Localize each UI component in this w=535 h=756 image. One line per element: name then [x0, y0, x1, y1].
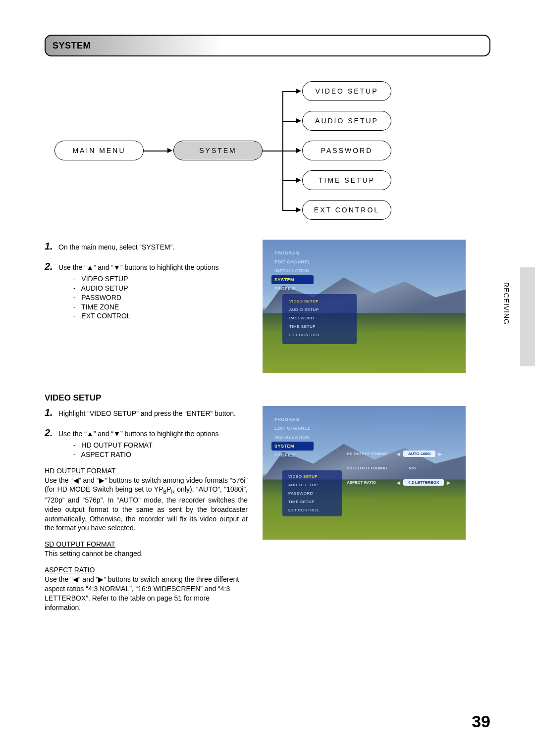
step-text: Use the “▲” and “▼” buttons to highlight…: [58, 260, 248, 321]
option-item: VIDEO SETUP: [73, 274, 248, 284]
connector-line: [282, 151, 297, 151]
screenshot-column: PROGRAM EDIT CHANNEL INSTALLATION SYSTEM…: [263, 406, 490, 612]
osd-submenu-item: VIDEO SETUP: [285, 472, 339, 481]
osd-submenu-item: VIDEO SETUP: [286, 297, 353, 305]
connector-line: [282, 121, 297, 122]
osd-setting-label: ASPECT RATIO: [347, 480, 394, 485]
connector-line: [282, 180, 297, 181]
node-audio-setup: AUDIO SETUP: [302, 111, 391, 131]
connector-line: [263, 151, 282, 151]
step-1: 1. Highlight “VIDEO SETUP” and press the…: [45, 406, 248, 419]
section-header-bar: SYSTEM: [45, 35, 490, 56]
step-text: Use the “▲” and “▼” buttons to highlight…: [58, 426, 248, 459]
step-number: 2.: [45, 260, 55, 321]
step-text: On the main menu, select “SYSTEM”.: [58, 240, 248, 253]
step-lead: Use the “▲” and “▼” buttons to highlight…: [58, 263, 218, 271]
osd-main-menu: PROGRAM EDIT CHANNEL INSTALLATION SYSTEM…: [271, 415, 314, 459]
node-time-setup: TIME SETUP: [302, 170, 391, 190]
step-1: 1. On the main menu, select “SYSTEM”.: [45, 240, 248, 253]
option-item: HD OUTPUT FORMAT: [73, 441, 248, 450]
osd-menu-item: INSTALLATION: [271, 433, 314, 442]
step-2: 2. Use the “▲” and “▼” buttons to highli…: [45, 426, 248, 459]
osd-menu-item: INSTALLATION: [271, 266, 314, 275]
left-arrow-icon: ◀: [397, 452, 400, 456]
node-main-menu: MAIN MENU: [54, 141, 144, 160]
arrow-right-icon: [296, 89, 301, 94]
page-number: 39: [472, 712, 490, 731]
option-item: TIME ZONE: [73, 302, 248, 312]
osd-screenshot-video-setup: PROGRAM EDIT CHANNEL INSTALLATION SYSTEM…: [263, 406, 466, 540]
osd-submenu: VIDEO SETUP AUDIO SETUP PASSWORD TIME SE…: [282, 470, 342, 516]
subscript: R: [171, 489, 175, 495]
step-lead: Use the “▲” and “▼” buttons to highlight…: [58, 430, 218, 438]
section-system-intro: 1. On the main menu, select “SYSTEM”. 2.…: [45, 240, 490, 373]
step-text: Highlight “VIDEO SETUP” and press the “E…: [58, 406, 248, 419]
osd-menu-item: PROGRAM: [271, 249, 314, 257]
osd-setting-value: 576i: [406, 465, 420, 471]
osd-menu-item: EDIT CHANNEL: [271, 257, 314, 266]
osd-submenu-item: TIME SETUP: [285, 498, 339, 506]
options-list: VIDEO SETUP AUDIO SETUP PASSWORD TIME ZO…: [73, 274, 248, 321]
osd-submenu-item: EXT CONTROL: [285, 506, 339, 514]
arrow-right-icon: [296, 178, 301, 183]
osd-menu-item: EDIT CHANNEL: [271, 424, 314, 433]
osd-submenu-item: AUDIO SETUP: [285, 481, 339, 489]
osd-setting-row: HD OUTPUT FORMAT ◀ AUTO-1080i ▶: [347, 451, 450, 457]
right-arrow-icon: ▶: [447, 480, 450, 485]
arrow-right-icon: [296, 118, 301, 123]
osd-main-menu: PROGRAM EDIT CHANNEL INSTALLATION SYSTEM…: [271, 249, 314, 293]
node-password: PASSWORD: [302, 141, 391, 160]
osd-menu-item: PROFILE: [271, 284, 314, 293]
screenshot-column: PROGRAM EDIT CHANNEL INSTALLATION SYSTEM…: [263, 240, 490, 373]
osd-menu-item-selected: SYSTEM: [271, 275, 314, 284]
node-ext-control: EXT CONTROL: [302, 200, 391, 220]
sd-output-format-label: SD OUTPUT FORMAT: [45, 540, 248, 549]
node-system: SYSTEM: [173, 141, 263, 160]
osd-menu-item: PROGRAM: [271, 415, 314, 424]
step-number: 1.: [45, 406, 55, 419]
osd-menu-item-selected: SYSTEM: [271, 442, 314, 451]
options-list: HD OUTPUT FORMAT ASPECT RATIO: [73, 441, 248, 459]
option-item: ASPECT RATIO: [73, 450, 248, 459]
osd-screenshot-system: PROGRAM EDIT CHANNEL INSTALLATION SYSTEM…: [263, 240, 466, 373]
osd-setting-row: ASPECT RATIO ◀ 4:3 LETTERBOX ▶: [347, 479, 450, 486]
osd-setting-row: SD OUTPUT FORMAT 576i: [347, 465, 450, 471]
osd-submenu: VIDEO SETUP AUDIO SETUP PASSWORD TIME SE…: [282, 294, 357, 344]
connector-line: [282, 210, 297, 211]
osd-submenu-item: PASSWORD: [286, 314, 353, 322]
osd-submenu-item: PASSWORD: [285, 489, 339, 498]
text-run: P: [166, 485, 171, 493]
instructions-column: 1. On the main menu, select “SYSTEM”. 2.…: [45, 240, 248, 373]
menu-hierarchy-diagram: MAIN MENU SYSTEM VIDEO SETUP AUDIO SETUP…: [45, 76, 490, 225]
osd-submenu-item: TIME SETUP: [286, 322, 353, 331]
video-setup-heading: VIDEO SETUP: [45, 393, 490, 403]
right-arrow-icon: ▶: [438, 452, 442, 456]
left-arrow-icon: ◀: [397, 480, 400, 485]
section-header-title: SYSTEM: [53, 41, 91, 51]
chapter-label: RECEIVING: [502, 282, 510, 325]
chapter-tab: [520, 267, 535, 366]
osd-setting-label: SD OUTPUT FORMAT: [347, 466, 394, 470]
section-video-setup: 1. Highlight “VIDEO SETUP” and press the…: [45, 406, 490, 612]
arrow-right-icon: [167, 148, 172, 153]
hd-output-format-label: HD OUTPUT FORMAT: [45, 466, 248, 476]
aspect-ratio-label: ASPECT RATIO: [45, 565, 248, 575]
connector-line: [282, 91, 297, 92]
sd-output-format-body: This setting cannot be changed.: [45, 549, 248, 558]
osd-submenu-item: AUDIO SETUP: [286, 305, 353, 314]
hd-output-format-body: Use the “◀” and “▶” buttons to switch am…: [45, 476, 248, 533]
option-item: EXT CONTROL: [73, 311, 248, 321]
arrow-right-icon: [296, 207, 301, 212]
osd-menu-item: PROFILE: [271, 451, 314, 459]
node-video-setup: VIDEO SETUP: [302, 81, 391, 101]
osd-setting-value: AUTO-1080i: [403, 451, 435, 457]
instructions-column: 1. Highlight “VIDEO SETUP” and press the…: [45, 406, 248, 612]
osd-submenu-item: EXT CONTROL: [286, 331, 353, 339]
arrow-right-icon: [296, 148, 301, 153]
option-item: AUDIO SETUP: [73, 284, 248, 293]
connector-line: [144, 151, 168, 151]
step-2: 2. Use the “▲” and “▼” buttons to highli…: [45, 260, 248, 321]
step-number: 2.: [45, 426, 55, 459]
option-item: PASSWORD: [73, 293, 248, 302]
osd-setting-value: 4:3 LETTERBOX: [403, 479, 444, 486]
